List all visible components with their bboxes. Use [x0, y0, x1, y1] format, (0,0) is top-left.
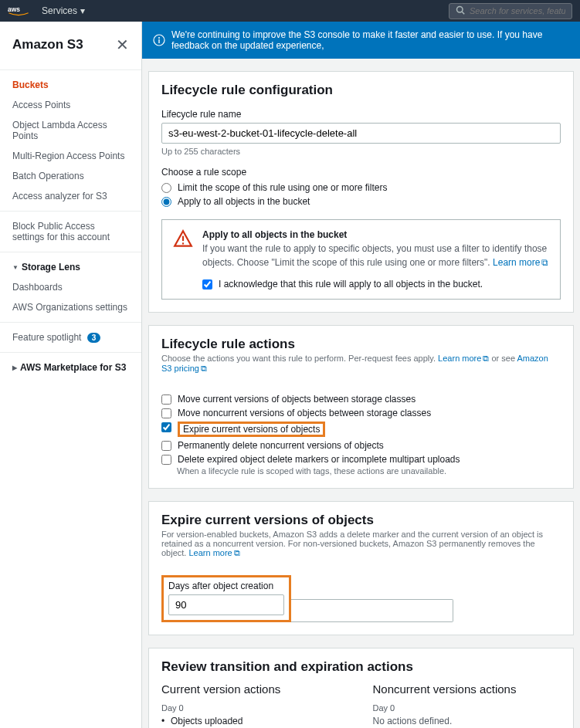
- label-day0: Day 0: [161, 703, 350, 713]
- panel-expire: Expire current versions of objects For v…: [148, 501, 574, 635]
- radio-scope-filter[interactable]: Limit the scope of this rule using one o…: [161, 181, 561, 195]
- help-rule-name: Up to 255 characters: [161, 147, 561, 156]
- panel-review: Review transition and expiration actions…: [148, 648, 574, 728]
- global-search[interactable]: [449, 3, 572, 19]
- external-link-icon: ⧉: [483, 354, 489, 364]
- svg-line-2: [462, 12, 464, 14]
- heading-expire: Expire current versions of objects: [161, 513, 561, 528]
- warning-title: Apply to all objects in the bucket: [202, 229, 549, 240]
- services-menu[interactable]: Services ▾: [42, 5, 85, 16]
- link-learn-more[interactable]: Learn more⧉: [493, 257, 548, 268]
- sub-expire: For version-enabled buckets, Amazon S3 a…: [161, 530, 561, 558]
- search-input[interactable]: [470, 6, 565, 15]
- caret-down-icon: ▾: [80, 5, 85, 16]
- text-nc-none: No actions defined.: [373, 716, 561, 726]
- sidebar-item-multi-region[interactable]: Multi-Region Access Points: [0, 146, 141, 166]
- input-rule-name[interactable]: [161, 123, 561, 144]
- sidebar-group-marketplace[interactable]: ▶ AWS Marketplace for S3: [0, 357, 141, 378]
- info-icon: [153, 34, 165, 46]
- close-icon[interactable]: ✕: [116, 36, 129, 54]
- warning-icon: [173, 229, 193, 249]
- help-delete-markers: When a lifecycle rule is scoped with tag…: [177, 466, 561, 476]
- external-link-icon: ⧉: [201, 364, 207, 374]
- label-days: Days after object creation: [168, 581, 284, 591]
- radio-scope-all[interactable]: Apply to all objects in the bucket: [161, 195, 561, 208]
- service-title: Amazon S3: [12, 37, 83, 52]
- checkbox-move-noncurrent[interactable]: Move noncurrent versions of objects betw…: [161, 406, 561, 420]
- sidebar-item-dashboards[interactable]: Dashboards: [0, 277, 141, 297]
- badge-count: 3: [87, 333, 101, 343]
- sidebar-item-aws-org[interactable]: AWS Organizations settings: [0, 297, 141, 317]
- col-current-actions: Current version actions Day 0 Objects up…: [161, 682, 350, 728]
- search-icon: [456, 5, 465, 17]
- svg-text:aws: aws: [8, 5, 20, 13]
- col-noncurrent-actions: Noncurrent versions actions Day 0 No act…: [373, 682, 561, 728]
- checkbox-delete-markers[interactable]: Delete expired object delete markers or …: [161, 452, 561, 466]
- warning-box: Apply to all objects in the bucket If yo…: [161, 219, 561, 300]
- input-days[interactable]: [168, 594, 284, 615]
- title-noncurrent: Noncurrent versions actions: [373, 682, 561, 696]
- aws-logo[interactable]: aws: [8, 5, 29, 16]
- checkbox-delete-noncurrent[interactable]: Permanently delete noncurrent versions o…: [161, 438, 561, 452]
- sidebar-item-object-lambda[interactable]: Object Lambda Access Points: [0, 115, 141, 146]
- external-link-icon: ⧉: [234, 548, 240, 558]
- panel-actions: Lifecycle rule actions Choose the action…: [148, 325, 574, 489]
- link-learn-more-expire[interactable]: Learn more⧉: [188, 548, 239, 557]
- sidebar-group-storage-lens[interactable]: ▼ Storage Lens: [0, 257, 141, 277]
- svg-rect-5: [158, 39, 159, 43]
- sidebar-item-access-analyzer[interactable]: Access analyzer for S3: [0, 186, 141, 206]
- caret-right-icon: ▶: [12, 364, 17, 371]
- checkbox-expire-current[interactable]: Expire current versions of objects: [161, 420, 561, 438]
- title-current: Current version actions: [161, 682, 350, 696]
- caret-down-icon: ▼: [12, 264, 19, 271]
- warning-text: If you want the rule to apply to specifi…: [202, 242, 549, 269]
- sidebar-item-block-public[interactable]: Block Public Access settings for this ac…: [0, 216, 141, 247]
- heading-actions: Lifecycle rule actions: [161, 337, 561, 352]
- sub-actions: Choose the actions you want this rule to…: [161, 354, 561, 374]
- bullet-uploaded: Objects uploaded: [161, 716, 350, 726]
- label-rule-scope: Choose a rule scope: [161, 167, 561, 178]
- svg-rect-6: [182, 236, 184, 242]
- svg-rect-7: [182, 242, 184, 244]
- heading-review: Review transition and expiration actions: [161, 659, 561, 675]
- label-nc-day0: Day 0: [373, 703, 561, 713]
- svg-point-1: [457, 6, 463, 12]
- sidebar-item-access-points[interactable]: Access Points: [0, 95, 141, 115]
- panel-configuration: Lifecycle rule configuration Lifecycle r…: [148, 71, 574, 313]
- link-learn-more-actions[interactable]: Learn more⧉: [438, 354, 489, 363]
- external-link-icon: ⧉: [541, 256, 548, 269]
- sidebar-item-buckets[interactable]: Buckets: [0, 75, 141, 95]
- info-banner: We're continuing to improve the S3 conso…: [142, 22, 580, 59]
- checkbox-acknowledge[interactable]: I acknowledge that this rule will apply …: [202, 279, 549, 290]
- label-rule-name: Lifecycle rule name: [161, 109, 561, 120]
- svg-point-4: [158, 37, 160, 39]
- sidebar-item-feature-spotlight[interactable]: Feature spotlight 3: [0, 327, 141, 347]
- checkbox-move-current[interactable]: Move current versions of objects between…: [161, 392, 561, 406]
- sidebar-item-batch-ops[interactable]: Batch Operations: [0, 166, 141, 186]
- sidebar: Amazon S3 ✕ Buckets Access Points Object…: [0, 22, 142, 728]
- input-extension: [291, 599, 453, 622]
- heading-config: Lifecycle rule configuration: [161, 83, 561, 98]
